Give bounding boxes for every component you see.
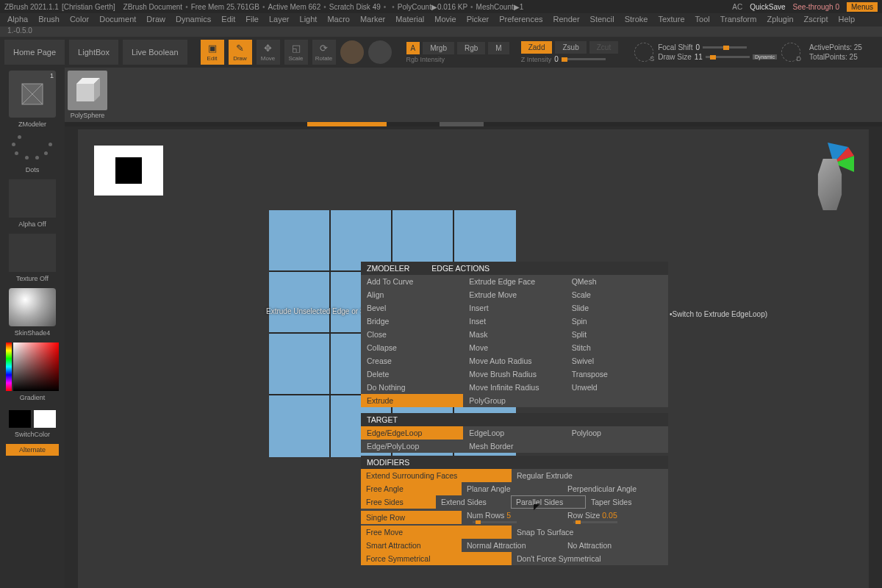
focal-slider[interactable] [703, 46, 747, 49]
m-chip[interactable]: M [488, 42, 509, 54]
mod-no-attr[interactable]: No Attraction [562, 539, 617, 552]
action-extrude[interactable]: Extrude [361, 394, 463, 407]
mod-free-angle[interactable]: Free Angle [361, 482, 462, 495]
menu-render[interactable]: Render [553, 15, 580, 25]
mod-taper-sides[interactable]: Taper Sides [586, 495, 637, 509]
texture-tile[interactable] [9, 234, 56, 272]
menu-alpha[interactable]: Alpha [7, 15, 28, 25]
viewport[interactable]: Extrude Unselected Edge or S •Switch to … [78, 129, 869, 588]
a-chip[interactable]: A [406, 42, 420, 54]
mod-extend-faces[interactable]: Extend Surrounding Faces [361, 469, 512, 482]
mod-row-size[interactable]: Row Size 0.05 [562, 509, 628, 526]
mod-extend-sides[interactable]: Extend Sides [436, 495, 511, 509]
action-move-brush-radius[interactable]: Move Brush Radius [463, 368, 565, 381]
livebool-tab[interactable]: Live Boolean [123, 40, 187, 65]
menu-stroke[interactable]: Stroke [625, 15, 648, 25]
action-move[interactable]: Move [463, 341, 565, 354]
rotate-mode-button[interactable]: ⟳Rotate [312, 40, 336, 65]
menus-button[interactable]: Menus [847, 2, 878, 12]
action-extrude-move[interactable]: Extrude Move [463, 288, 565, 301]
menu-macro[interactable]: Macro [327, 15, 350, 25]
drawsize-slider[interactable] [706, 56, 750, 58]
action-qmesh[interactable]: QMesh [566, 275, 668, 288]
swatch-secondary[interactable] [34, 410, 56, 428]
draw-mode-button[interactable]: ✎Draw [229, 40, 252, 65]
focal-dial[interactable]: S [634, 43, 653, 62]
mod-planar-angle[interactable]: Planar Angle [462, 482, 562, 495]
move-mode-button[interactable]: ✥Move [257, 40, 280, 65]
menu-movie[interactable]: Movie [434, 15, 456, 25]
zintensity-slider[interactable] [562, 58, 606, 60]
action-edge-polyloop[interactable]: Edge/PolyLoop [361, 440, 463, 453]
action-move-auto-radius[interactable]: Move Auto Radius [463, 354, 565, 368]
action-add-to-curve[interactable]: Add To Curve [361, 275, 463, 288]
action-transpose[interactable]: Transpose [566, 368, 668, 381]
action-unweld[interactable]: Unweld [566, 381, 668, 394]
drawsize-dial[interactable]: D [781, 43, 800, 62]
menu-texture[interactable]: Texture [658, 15, 684, 25]
menu-draw[interactable]: Draw [146, 15, 165, 25]
action-close[interactable]: Close [361, 328, 463, 341]
brush-tile[interactable]: 1 [9, 71, 56, 118]
gizmo-button[interactable] [340, 40, 364, 64]
color-picker[interactable] [6, 343, 59, 391]
alternate-button[interactable]: Alternate [6, 444, 59, 456]
menu-marker[interactable]: Marker [360, 15, 385, 25]
menu-tool[interactable]: Tool [695, 15, 710, 25]
subtool-thumb[interactable] [68, 71, 107, 110]
action-mask[interactable]: Mask [463, 328, 565, 341]
material-tile[interactable] [9, 288, 56, 326]
menu-document[interactable]: Document [99, 15, 136, 25]
rgb-chip[interactable]: Rgb [457, 42, 485, 54]
sculptris-button[interactable] [368, 40, 392, 64]
menu-help[interactable]: Help [839, 15, 856, 25]
mrgb-chip[interactable]: Mrgb [423, 42, 454, 54]
rowsize-slider[interactable] [573, 521, 617, 523]
home-tab[interactable]: Home Page [4, 40, 65, 65]
numrows-slider[interactable] [473, 521, 517, 523]
action-polyloop[interactable]: Polyloop [566, 426, 668, 440]
see-through[interactable]: See-through 0 [793, 3, 839, 11]
mod-smart-attr[interactable]: Smart Attraction [361, 539, 462, 552]
hue-strip[interactable] [6, 343, 12, 391]
scale-mode-button[interactable]: ◱Scale [284, 40, 308, 65]
stroke-tile[interactable] [9, 134, 56, 163]
menu-preferences[interactable]: Preferences [499, 15, 542, 25]
mod-single-row[interactable]: Single Row [361, 511, 462, 524]
timeline-strip[interactable] [65, 122, 882, 126]
zadd-chip[interactable]: Zadd [521, 41, 553, 54]
menu-material[interactable]: Material [395, 15, 424, 25]
menu-zscript[interactable]: Zscript [804, 15, 828, 25]
action-stitch[interactable]: Stitch [566, 341, 668, 354]
action-polygroup[interactable]: PolyGroup [463, 394, 565, 407]
edit-mode-button[interactable]: ▣Edit [201, 40, 224, 65]
sv-box[interactable] [13, 343, 59, 391]
mod-perp-angle[interactable]: Perpendicular Angle [562, 482, 642, 495]
alpha-tile[interactable] [9, 179, 56, 218]
mod-parallel-sides[interactable]: Parallel Sides [511, 495, 586, 509]
menu-layer[interactable]: Layer [269, 15, 290, 25]
menu-color[interactable]: Color [70, 15, 89, 25]
menu-dynamics[interactable]: Dynamics [176, 15, 211, 25]
menu-stencil[interactable]: Stencil [590, 15, 614, 25]
quicksave-button[interactable]: QuickSave [750, 3, 785, 11]
mod-dont-force-sym[interactable]: Don't Force Symmetrical [512, 552, 606, 565]
action-collapse[interactable]: Collapse [361, 341, 463, 354]
swatch-main[interactable] [9, 410, 31, 428]
action-bevel[interactable]: Bevel [361, 301, 463, 315]
mod-num-rows[interactable]: Num Rows 5 [462, 509, 562, 526]
menu-file[interactable]: File [245, 15, 259, 25]
menu-brush[interactable]: Brush [38, 15, 60, 25]
mod-free-sides[interactable]: Free Sides [361, 495, 436, 509]
action-move-infinite-radius[interactable]: Move Infinite Radius [463, 381, 565, 394]
zsub-chip[interactable]: Zsub [555, 41, 586, 54]
mod-free-move[interactable]: Free Move [361, 526, 512, 539]
mod-normal-attr[interactable]: Normal Attraction [462, 539, 562, 552]
action-split[interactable]: Split [566, 328, 668, 341]
menu-light[interactable]: Light [300, 15, 318, 25]
lightbox-tab[interactable]: LightBox [69, 40, 118, 65]
dynamic-tag[interactable]: Dynamic [753, 54, 777, 60]
action-spin[interactable]: Spin [566, 315, 668, 328]
action-edgeloop[interactable]: EdgeLoop [463, 426, 565, 440]
action-align[interactable]: Align [361, 288, 463, 301]
